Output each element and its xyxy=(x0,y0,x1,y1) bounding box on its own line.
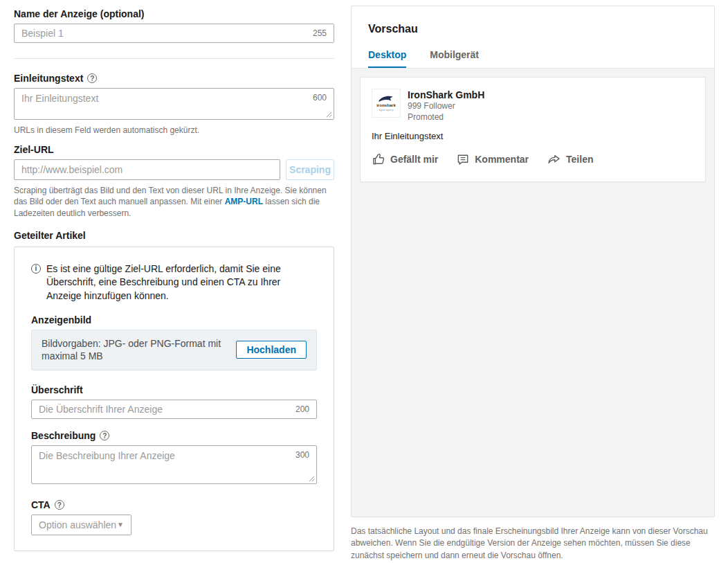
help-icon[interactable]: ? xyxy=(100,431,109,440)
ad-name-label: Name der Anzeige (optional) xyxy=(14,8,334,19)
like-action: Gefällt mir xyxy=(372,152,438,166)
info-row: i Es ist eine gültige Ziel-URL erforderl… xyxy=(31,262,317,303)
intro-label: Einleitungstext xyxy=(14,73,83,84)
chevron-down-icon: ▼ xyxy=(117,521,124,528)
headline-label: Überschrift xyxy=(31,384,317,395)
shared-article-label: Geteilter Artikel xyxy=(14,230,334,241)
headline-field-wrap: 200 xyxy=(31,400,317,419)
logo-wordmark: ironshark xyxy=(376,102,396,107)
like-label: Gefällt mir xyxy=(390,154,438,165)
ad-image-label: Anzeigenbild xyxy=(31,314,317,325)
amp-url-link[interactable]: AMP-URL xyxy=(225,197,263,206)
logo-tagline: digital agency xyxy=(379,109,394,111)
description-label-row: Beschreibung ? xyxy=(31,430,317,441)
share-label: Teilen xyxy=(566,154,593,165)
resize-handle-icon[interactable] xyxy=(326,111,332,118)
help-icon[interactable]: ? xyxy=(55,500,64,510)
preview-disclaimer: Das tatsächliche Layout und das finale E… xyxy=(351,526,715,562)
intro-label-row: Einleitungstext ? xyxy=(14,73,334,84)
tab-mobile[interactable]: Mobilgerät xyxy=(430,49,479,68)
cta-dropdown-value: Option auswählen xyxy=(39,519,116,530)
image-specs-text: Bildvorgaben: JPG- oder PNG-Format mit m… xyxy=(42,337,228,364)
url-row: Scraping xyxy=(14,159,334,180)
preview-header: Vorschau Desktop Mobilgerät xyxy=(352,6,714,68)
comment-icon xyxy=(456,152,470,166)
headline-counter: 200 xyxy=(295,404,309,414)
intro-help-text: URLs in diesem Feld werden automatisch g… xyxy=(14,125,334,136)
follower-count: 999 Follower xyxy=(408,101,484,112)
intro-field-wrap: 600 xyxy=(14,88,334,120)
thumbs-up-icon xyxy=(372,152,385,166)
ad-name-input[interactable] xyxy=(21,28,307,39)
ad-create-page: Name der Anzeige (optional) 255 Einleitu… xyxy=(0,0,728,563)
description-label: Beschreibung xyxy=(31,430,95,441)
ad-name-counter: 255 xyxy=(313,28,327,38)
headline-input[interactable] xyxy=(39,404,290,415)
resize-handle-icon[interactable] xyxy=(309,476,315,482)
section-divider xyxy=(14,58,334,59)
upload-button[interactable]: Hochladen xyxy=(236,341,307,359)
share-icon xyxy=(547,152,561,166)
ad-image-upload-box: Bildvorgaben: JPG- oder PNG-Format mit m… xyxy=(31,330,317,371)
comment-label: Kommentar xyxy=(475,154,529,165)
ad-preview-card: ironshark digital agency IronShark GmbH … xyxy=(360,77,706,182)
url-label: Ziel-URL xyxy=(14,144,334,155)
share-action: Teilen xyxy=(547,152,593,166)
preview-panel: Vorschau Desktop Mobilgerät ironshark di… xyxy=(351,6,715,517)
description-counter: 300 xyxy=(295,450,309,460)
intro-counter: 600 xyxy=(313,93,327,102)
tab-desktop[interactable]: Desktop xyxy=(368,49,406,68)
promoted-label: Promoted xyxy=(408,112,484,123)
shared-article-box: i Es ist eine gültige Ziel-URL erforderl… xyxy=(14,247,334,552)
post-text: Ihr Einleitungstext xyxy=(372,131,694,141)
scraping-button[interactable]: Scraping xyxy=(286,159,334,180)
info-text: Es ist eine gültige Ziel-URL erforderlic… xyxy=(46,262,317,303)
intro-textarea[interactable] xyxy=(21,93,327,115)
help-icon[interactable]: ? xyxy=(87,73,97,83)
cta-dropdown[interactable]: Option auswählen ▼ xyxy=(31,515,131,535)
info-icon: i xyxy=(31,264,41,274)
preview-body: ironshark digital agency IronShark GmbH … xyxy=(352,68,714,517)
post-identity: IronShark GmbH 999 Follower Promoted xyxy=(408,89,484,123)
preview-tabs: Desktop Mobilgerät xyxy=(368,49,698,68)
destination-url-input[interactable] xyxy=(21,164,273,175)
preview-column: Vorschau Desktop Mobilgerät ironshark di… xyxy=(351,6,715,563)
preview-title: Vorschau xyxy=(368,23,698,35)
comment-action: Kommentar xyxy=(456,152,529,166)
cta-label: CTA xyxy=(31,499,51,510)
ad-form: Name der Anzeige (optional) 255 Einleitu… xyxy=(14,8,334,563)
url-field-wrap xyxy=(14,159,280,180)
post-header: ironshark digital agency IronShark GmbH … xyxy=(372,89,694,123)
ad-name-field-wrap: 255 xyxy=(14,24,334,43)
cta-label-row: CTA ? xyxy=(31,499,317,510)
url-help-text: Scraping überträgt das Bild und den Text… xyxy=(14,185,334,219)
post-actions: Gefällt mir Kommentar xyxy=(372,152,694,166)
company-logo: ironshark digital agency xyxy=(372,89,401,118)
description-textarea[interactable] xyxy=(39,450,309,479)
company-name: IronShark GmbH xyxy=(408,89,484,101)
description-field-wrap: 300 xyxy=(31,445,317,484)
